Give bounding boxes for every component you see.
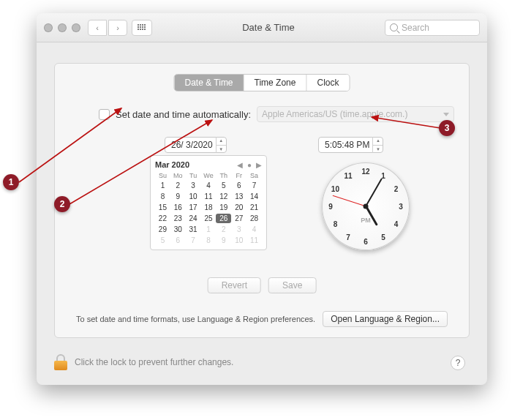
calendar-month-label: Mar 2020 (155, 160, 189, 169)
button-row: Revert Save (208, 277, 317, 293)
calendar-day-header: Sa (246, 172, 262, 179)
calendar-day[interactable]: 9 (170, 192, 186, 201)
calendar-day[interactable]: 11 (246, 236, 262, 245)
calendar-day[interactable]: 5 (155, 236, 170, 245)
calendar-day[interactable]: 6 (231, 181, 246, 190)
tab-bar: Date & Time Time Zone Clock (174, 74, 350, 91)
calendar-day[interactable]: 30 (170, 225, 186, 234)
time-input[interactable]: 5:05:48 PM ▲▼ (318, 137, 383, 153)
calendar-day[interactable]: 7 (246, 181, 262, 190)
calendar-day[interactable]: 17 (186, 203, 201, 212)
calendar-day[interactable]: 16 (170, 203, 186, 212)
calendar-next-icon[interactable]: ▶ (256, 161, 262, 169)
calendar-day[interactable]: 9 (216, 236, 231, 245)
calendar-day[interactable]: 13 (231, 192, 246, 201)
calendar-day-header: Tu (186, 172, 201, 179)
time-value: 5:05:48 PM (319, 140, 372, 150)
zoom-window-button[interactable] (72, 23, 80, 32)
clock-number: 12 (361, 168, 369, 176)
clock-number: 7 (346, 233, 350, 241)
auto-set-label: Set date and time automatically: (116, 109, 251, 120)
date-stepper[interactable]: ▲▼ (216, 137, 226, 153)
lock-text: Click the lock to prevent further change… (75, 357, 233, 367)
search-field[interactable]: Search (385, 20, 480, 36)
calendar-day[interactable]: 24 (186, 214, 201, 223)
clock-number: 5 (381, 233, 385, 241)
calendar-day-header: Fr (231, 172, 246, 179)
clock-number: 9 (328, 203, 333, 211)
clock-number: 10 (331, 185, 339, 193)
clock-number: 3 (399, 203, 403, 211)
calendar-day[interactable]: 25 (201, 214, 217, 223)
calendar-day[interactable]: 10 (231, 236, 246, 245)
calendar-day[interactable]: 10 (186, 192, 201, 201)
calendar-day[interactable]: 4 (246, 225, 262, 234)
calendar[interactable]: Mar 2020 ◀ ● ▶ SuMoTuWeThFrSa12345678910… (150, 155, 267, 250)
calendar-day[interactable]: 6 (170, 236, 186, 245)
calendar-day[interactable]: 5 (216, 181, 231, 190)
calendar-day[interactable]: 1 (155, 181, 170, 190)
tab-time-zone[interactable]: Time Zone (244, 75, 307, 91)
calendar-day[interactable]: 11 (201, 192, 217, 201)
calendar-day[interactable]: 7 (186, 236, 201, 245)
clock-number: 6 (364, 238, 368, 246)
forward-button[interactable]: › (108, 20, 127, 36)
calendar-day[interactable]: 2 (170, 181, 186, 190)
tab-date-time[interactable]: Date & Time (175, 75, 244, 91)
calendar-day[interactable]: 14 (246, 192, 262, 201)
calendar-day[interactable]: 3 (186, 181, 201, 190)
date-input[interactable]: 26/ 3/2020 ▲▼ (165, 137, 227, 153)
annotation-3: 3 (439, 120, 455, 136)
calendar-day[interactable]: 27 (231, 214, 246, 223)
calendar-day[interactable]: 26 (216, 214, 231, 223)
calendar-header: Mar 2020 ◀ ● ▶ (155, 160, 262, 169)
calendar-day[interactable]: 21 (246, 203, 262, 212)
calendar-day[interactable]: 29 (155, 225, 170, 234)
calendar-day[interactable]: 31 (186, 225, 201, 234)
save-button[interactable]: Save (268, 277, 316, 293)
calendar-day[interactable]: 2 (216, 225, 231, 234)
calendar-day[interactable]: 8 (155, 192, 170, 201)
titlebar: ‹ › Date & Time Search (37, 13, 487, 42)
minimize-window-button[interactable] (58, 23, 67, 32)
calendar-day[interactable]: 4 (201, 181, 217, 190)
calendar-day[interactable]: 18 (201, 203, 217, 212)
calendar-day[interactable]: 8 (201, 236, 217, 245)
calendar-day[interactable]: 19 (216, 203, 231, 212)
search-icon (390, 23, 398, 31)
back-button[interactable]: ‹ (88, 20, 107, 36)
help-button[interactable]: ? (451, 356, 465, 370)
calendar-prev-icon[interactable]: ◀ (237, 161, 243, 169)
close-window-button[interactable] (44, 23, 53, 32)
calendar-day[interactable]: 20 (231, 203, 246, 212)
calendar-day[interactable]: 3 (231, 225, 246, 234)
clock-number: 4 (394, 220, 399, 228)
lock-button[interactable] (54, 354, 67, 370)
time-server-dropdown[interactable]: Apple Americas/US (time.apple.com.) (257, 106, 454, 122)
panel-footer: To set date and time formats, use Langua… (55, 311, 469, 327)
calendar-day[interactable]: 23 (170, 214, 186, 223)
format-hint: To set date and time formats, use Langua… (76, 315, 315, 323)
open-language-region-button[interactable]: Open Language & Region... (323, 311, 448, 327)
annotation-1: 1 (3, 174, 19, 190)
preferences-window: ‹ › Date & Time Search Date & Time Time … (37, 13, 487, 385)
nav-buttons: ‹ › (88, 20, 127, 36)
tab-clock[interactable]: Clock (306, 75, 349, 91)
auto-set-checkbox[interactable] (99, 109, 110, 120)
clock-number: 8 (334, 220, 338, 228)
calendar-today-icon[interactable]: ● (247, 161, 252, 169)
calendar-day[interactable]: 1 (201, 225, 217, 234)
lock-row: Click the lock to prevent further change… (54, 354, 470, 370)
time-stepper[interactable]: ▲▼ (372, 137, 383, 153)
clock-number: 11 (344, 172, 352, 180)
calendar-day[interactable]: 15 (155, 203, 170, 212)
calendar-day[interactable]: 28 (246, 214, 262, 223)
show-all-button[interactable] (132, 20, 152, 36)
calendar-day[interactable]: 22 (155, 214, 170, 223)
revert-button[interactable]: Revert (208, 277, 261, 293)
calendar-day-header: Mo (170, 172, 186, 179)
calendar-day[interactable]: 12 (216, 192, 231, 201)
date-value: 26/ 3/2020 (165, 140, 216, 150)
clock-pin (364, 204, 369, 209)
analog-clock[interactable]: 121234567891011 PM (322, 162, 410, 250)
